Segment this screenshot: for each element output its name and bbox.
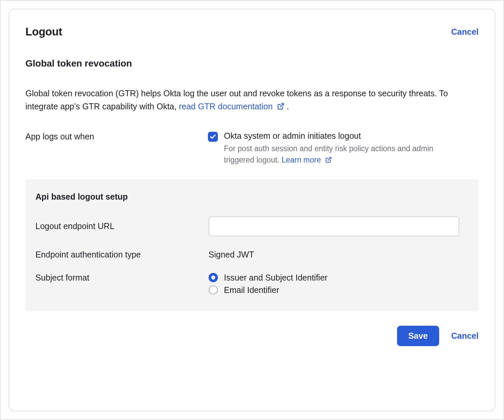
svg-line-1 xyxy=(328,158,331,161)
gtr-doc-link[interactable]: read GTR documentation xyxy=(179,102,287,111)
svg-line-0 xyxy=(280,104,283,107)
radio-unselected-icon xyxy=(209,285,218,295)
external-link-icon xyxy=(325,154,332,166)
cancel-link-bottom[interactable]: Cancel xyxy=(451,331,479,341)
radio-selected-icon xyxy=(209,273,218,282)
logout-card: Logout Cancel Global token revocation Gl… xyxy=(9,9,495,411)
subject-format-option-issuer[interactable]: Issuer and Subject Identifier xyxy=(209,273,469,283)
learn-more-link[interactable]: Learn more xyxy=(282,155,332,164)
okta-initiates-logout-checkbox[interactable] xyxy=(208,132,218,142)
subject-format-option-email[interactable]: Email Identifier xyxy=(209,285,469,295)
checkbox-title: Okta system or admin initiates logout xyxy=(224,131,438,141)
checkmark-icon xyxy=(210,133,216,140)
gtr-section-title: Global token revocation xyxy=(25,58,479,69)
subject-format-option-issuer-label: Issuer and Subject Identifier xyxy=(224,273,328,283)
subject-format-option-email-label: Email Identifier xyxy=(224,285,279,295)
gtr-doc-link-label: read GTR documentation xyxy=(179,102,273,111)
cancel-link-top[interactable]: Cancel xyxy=(451,27,479,37)
endpoint-auth-type-value: Signed JWT xyxy=(209,250,469,259)
learn-more-label: Learn more xyxy=(282,155,321,164)
app-logs-out-when-label: App logs out when xyxy=(25,131,208,141)
logout-endpoint-url-label: Logout endpoint URL xyxy=(35,221,209,231)
api-logout-setup-panel: Api based logout setup Logout endpoint U… xyxy=(25,179,479,311)
logout-endpoint-url-input[interactable] xyxy=(209,216,459,236)
card-title: Logout xyxy=(25,25,62,38)
checkbox-subtitle: For post auth session and entity risk po… xyxy=(224,143,438,166)
save-button[interactable]: Save xyxy=(397,326,439,346)
setup-panel-title: Api based logout setup xyxy=(35,192,469,202)
subject-format-label: Subject format xyxy=(35,273,209,283)
endpoint-auth-type-label: Endpoint authentication type xyxy=(35,250,209,259)
external-link-icon xyxy=(277,100,284,113)
gtr-description-text-2: . xyxy=(287,102,289,111)
gtr-description: Global token revocation (GTR) helps Okta… xyxy=(25,87,457,113)
